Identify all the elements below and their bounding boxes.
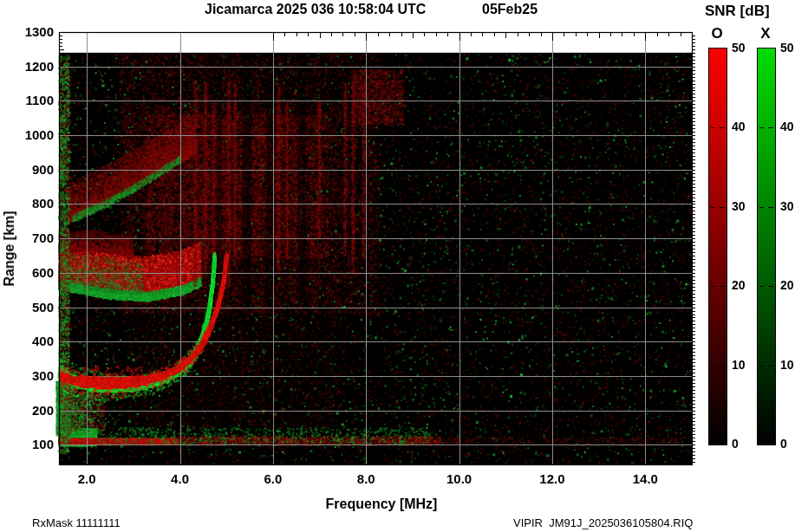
ionogram-app: Jicamarca 2025 036 10:58:04 UTC 05Feb25 …	[0, 0, 808, 532]
x-tick-label: 14.0	[633, 471, 658, 486]
colorbar-tick-label: 50	[732, 41, 746, 55]
rxmask-text: RxMask 11111111	[32, 516, 121, 529]
colorbar-tick-dash	[768, 207, 773, 208]
colorbar-tick-dash	[720, 286, 725, 287]
y-tick-label: 400	[16, 334, 54, 348]
y-tick-label: 1300	[16, 24, 54, 39]
plot-title: Jicamarca 2025 036 10:58:04 UTC	[205, 2, 426, 17]
colorbar-tick-label: 0	[732, 437, 739, 451]
colorbar-tick-dash	[720, 127, 725, 128]
colorbar-o-label: O	[707, 25, 727, 42]
colorbar-tick-label: 10	[780, 358, 794, 372]
colorbar-tick-label: 20	[780, 278, 794, 292]
colorbar-tick-label: 30	[780, 199, 794, 213]
x-tick-label: 8.0	[357, 471, 375, 486]
y-tick-label: 900	[16, 162, 54, 177]
colorbar-tick-dash	[759, 286, 764, 287]
colorbar-tick-dash	[768, 366, 773, 367]
y-tick-label: 300	[16, 368, 54, 383]
x-tick-label: 6.0	[264, 471, 282, 486]
colorbar-tick-dash	[759, 127, 764, 128]
colorbar-tick-label: 10	[732, 358, 746, 372]
y-tick-label: 800	[16, 196, 54, 211]
y-tick-label: 600	[16, 265, 54, 280]
colorbar-tick-dash	[768, 127, 773, 128]
y-tick-label: 1200	[16, 59, 54, 74]
colorbar-tick-dash	[759, 207, 764, 208]
colorbar-tick-dash	[711, 207, 715, 208]
plot-date: 05Feb25	[482, 2, 538, 17]
colorbar-tick-dash	[720, 366, 725, 367]
colorbar-tick-label: 30	[732, 199, 746, 213]
colorbar-tick-label: 20	[732, 278, 746, 292]
colorbar-x-gradient	[757, 48, 776, 445]
y-tick-label: 100	[16, 437, 54, 451]
y-tick-label: 1100	[16, 93, 54, 107]
x-tick-label: 12.0	[539, 471, 564, 486]
colorbar-o-gradient	[708, 48, 727, 445]
colorbar-tick-dash	[711, 286, 715, 287]
x-tick-label: 4.0	[171, 471, 189, 486]
colorbar-tick-label: 0	[780, 437, 787, 451]
ionogram-plot-canvas	[0, 0, 808, 532]
x-axis-title: Frequency [MHz]	[326, 496, 438, 512]
y-tick-label: 200	[16, 403, 54, 418]
source-file-text: VIPIR JM91J_2025036105804.RIQ	[513, 516, 693, 529]
colorbar-tick-dash	[711, 366, 715, 367]
y-tick-label: 1000	[16, 127, 54, 142]
colorbar-tick-label: 40	[732, 120, 746, 133]
colorbar-tick-label: 50	[780, 41, 794, 55]
y-tick-label: 500	[16, 300, 54, 315]
colorbar-tick-dash	[759, 366, 764, 367]
x-tick-label: 2.0	[78, 471, 96, 486]
colorbar-tick-dash	[720, 207, 725, 208]
colorbar-tick-dash	[768, 286, 773, 287]
colorbar-title: SNR [dB]	[705, 3, 770, 20]
colorbar-x-label: X	[756, 25, 775, 42]
x-tick-label: 10.0	[446, 471, 472, 486]
colorbar-tick-label: 40	[780, 120, 794, 133]
colorbar-tick-dash	[711, 127, 715, 128]
y-tick-label: 700	[16, 230, 54, 245]
